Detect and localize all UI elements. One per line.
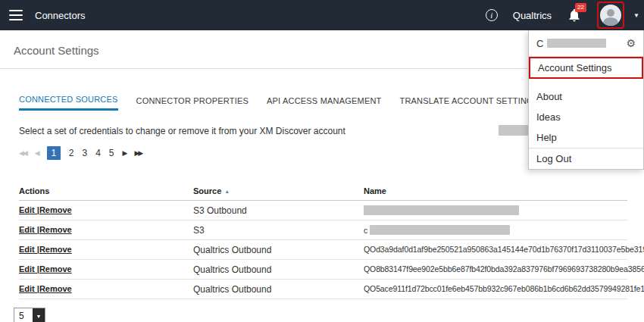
edit-remove-link[interactable]: Edit |Remove: [19, 264, 72, 274]
menu-item-ideas[interactable]: Ideas: [529, 107, 643, 127]
brand-label: Qualtrics: [513, 10, 552, 21]
header-actions: Actions: [19, 186, 49, 195]
notification-badge: 22: [575, 3, 586, 12]
name-cell: c: [364, 225, 510, 235]
chevron-down-icon[interactable]: ▼: [633, 12, 639, 19]
menu-item-log-out[interactable]: Log Out: [529, 148, 643, 169]
redacted-value: [364, 205, 519, 215]
table-row: Edit |Remove Qualtrics Outbound QOd3a9da…: [19, 240, 627, 260]
topbar-title: Connectors: [35, 10, 85, 21]
pagination: ◀◀ ◀ 1 2 3 4 5 ▶ ▶▶: [19, 146, 142, 160]
table-row: Edit |Remove Qualtrics Outbound QO5ace91…: [19, 280, 627, 299]
header-source-label: Source: [193, 186, 221, 195]
menu-user-row: C ⚙: [529, 30, 643, 56]
name-cell: [364, 205, 519, 215]
user-name-prefix: C: [536, 38, 543, 49]
pagination-page-4[interactable]: 4: [95, 148, 101, 158]
name-cell: QO5ace911f1d72bcc01fe6eb457bb932c967eb08…: [364, 284, 644, 293]
name-text: c: [364, 226, 367, 235]
tab-api-access-management[interactable]: API ACCESS MANAGEMENT: [267, 96, 382, 110]
source-cell: Qualtrics Outbound: [193, 245, 271, 255]
pagination-last-icon[interactable]: ▶▶: [134, 149, 142, 157]
pagination-page-2[interactable]: 2: [69, 148, 74, 158]
page-description: Select a set of credentials to change or…: [19, 126, 345, 136]
header-name: Name: [364, 186, 386, 195]
table-row: Edit |Remove S3 c: [19, 220, 627, 240]
pagination-page-3[interactable]: 3: [82, 148, 87, 158]
name-cell: QO8b83147f9ee902e5bb6e87fb42f0bda392a837…: [364, 264, 644, 274]
topbar: Connectors i Qualtrics 22 ▼: [0, 0, 644, 30]
redacted-value: [499, 125, 529, 136]
name-text: QO5ace911f1d72bcc01fe6eb457bb932c967eb08…: [364, 284, 644, 293]
table-row: Edit |Remove S3 Outbound: [19, 201, 627, 220]
source-cell: Qualtrics Outbound: [193, 264, 271, 275]
tab-connected-sources[interactable]: CONNECTED SOURCES: [19, 95, 118, 111]
info-icon[interactable]: i: [486, 9, 498, 21]
edit-remove-link[interactable]: Edit |Remove: [19, 205, 72, 214]
menu-item-help[interactable]: Help: [529, 127, 643, 148]
page-title: Account Settings: [14, 44, 99, 57]
name-text: QO8b83147f9ee902e5bb6e87fb42f0bda392a837…: [364, 264, 644, 274]
user-dropdown-menu: C ⚙ Account Settings About Ideas Help Lo…: [528, 30, 644, 170]
hamburger-menu-icon[interactable]: [9, 10, 23, 20]
pagination-page-1[interactable]: 1: [47, 146, 61, 160]
edit-remove-link[interactable]: Edit |Remove: [19, 245, 72, 254]
gear-icon[interactable]: ⚙: [626, 37, 636, 49]
source-cell: S3: [193, 225, 205, 236]
source-cell: Qualtrics Outbound: [193, 284, 271, 295]
avatar[interactable]: [600, 5, 621, 26]
redacted-value: [547, 39, 606, 48]
redacted-value: [370, 225, 510, 235]
sort-asc-icon: ▲: [224, 189, 230, 194]
pagination-page-5[interactable]: 5: [109, 148, 114, 158]
notifications-button[interactable]: 22: [567, 8, 582, 23]
annotation-avatar-highlight: [597, 2, 624, 29]
screen: Connectors i Qualtrics 22 ▼ Account Sett…: [0, 0, 644, 322]
table-row: Edit |Remove Qualtrics Outbound QO8b8314…: [19, 260, 627, 280]
credentials-table: Actions Source▲ Name Edit |Remove S3 Out…: [19, 184, 627, 299]
tab-translate-account-settings[interactable]: TRANSLATE ACCOUNT SETTINGS: [400, 96, 539, 110]
header-source[interactable]: Source▲: [193, 186, 230, 195]
pagination-prev-icon[interactable]: ◀: [35, 149, 39, 157]
table-header-row: Actions Source▲ Name: [19, 184, 627, 201]
edit-remove-link[interactable]: Edit |Remove: [19, 225, 72, 234]
pagination-first-icon[interactable]: ◀◀: [19, 149, 27, 157]
chevron-down-icon: ▼: [33, 308, 45, 322]
name-text: QOd3a9daf0d1af9be250521a950863a145144e70…: [364, 245, 644, 254]
menu-item-about[interactable]: About: [529, 86, 643, 107]
name-cell: QOd3a9daf0d1af9be250521a950863a145144e70…: [364, 245, 644, 254]
page-size-select[interactable]: 5 ▼: [14, 308, 45, 322]
edit-remove-link[interactable]: Edit |Remove: [19, 284, 72, 293]
page-size-value: 5: [14, 308, 33, 322]
tab-connector-properties[interactable]: CONNECTOR PROPERTIES: [136, 96, 249, 110]
pagination-next-icon[interactable]: ▶: [123, 149, 127, 157]
source-cell: S3 Outbound: [193, 205, 247, 216]
menu-item-account-settings[interactable]: Account Settings: [529, 57, 643, 79]
